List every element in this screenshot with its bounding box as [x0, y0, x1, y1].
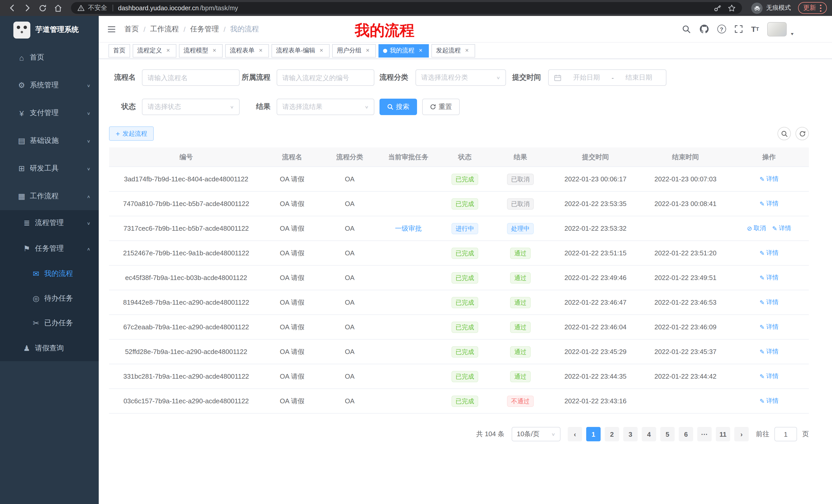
- result-badge: 不通过: [507, 395, 534, 407]
- breadcrumb-item[interactable]: 任务管理: [190, 24, 219, 34]
- close-icon[interactable]: ×: [417, 47, 424, 54]
- close-icon[interactable]: ×: [364, 47, 371, 54]
- close-icon[interactable]: ×: [164, 47, 172, 54]
- sidebar-item-todo-task[interactable]: ◎待办任务: [0, 286, 99, 311]
- tab-home[interactable]: 首页: [108, 44, 130, 57]
- font-size-icon[interactable]: TT: [751, 25, 759, 33]
- app-logo[interactable]: 芋道管理系统: [0, 16, 99, 44]
- page-button-5[interactable]: 5: [660, 427, 675, 441]
- password-key-icon[interactable]: [713, 4, 722, 12]
- process-definition-field[interactable]: [282, 74, 369, 81]
- security-label[interactable]: 不安全: [88, 4, 107, 12]
- detail-button[interactable]: ✎详情: [759, 347, 779, 356]
- detail-button[interactable]: ✎详情: [772, 224, 791, 233]
- tab-process-form[interactable]: 流程表单×: [225, 44, 269, 57]
- breadcrumb-item[interactable]: 首页: [125, 24, 139, 34]
- close-icon[interactable]: ×: [257, 47, 264, 54]
- sidebar-item-task-manage[interactable]: ⚑任务管理∧: [0, 236, 99, 261]
- detail-button[interactable]: ✎详情: [759, 249, 779, 257]
- detail-button[interactable]: ✎详情: [759, 298, 779, 307]
- prev-page-button[interactable]: ‹: [568, 427, 582, 441]
- sidebar-item-workflow[interactable]: ▦工作流程∧: [0, 183, 99, 210]
- page-button-3[interactable]: 3: [623, 427, 638, 441]
- process-definition-input[interactable]: [277, 69, 374, 86]
- url-domain[interactable]: dashboard.yudao.iocoder.cn: [118, 4, 199, 11]
- cancel-button[interactable]: ⊘取消: [747, 224, 766, 233]
- date-start-placeholder[interactable]: 开始日期: [565, 73, 608, 82]
- detail-button[interactable]: ✎详情: [759, 372, 779, 381]
- detail-button[interactable]: ✎详情: [759, 397, 779, 405]
- avatar-dropdown-caret-icon[interactable]: ▼: [790, 32, 795, 36]
- cell-submit-time: 2022-01-22 23:44:35: [549, 372, 642, 380]
- tab-start-process[interactable]: 发起流程×: [432, 44, 475, 57]
- sidebar-item-leave-query[interactable]: ♟请假查询: [0, 335, 99, 361]
- date-end-placeholder[interactable]: 结束日期: [617, 73, 661, 82]
- process-name-input[interactable]: [142, 69, 240, 86]
- address-bar[interactable]: 不安全 dashboard.yudao.iocoder.cn /bpm/task…: [71, 2, 742, 14]
- help-icon[interactable]: ?: [717, 25, 726, 33]
- close-icon[interactable]: ×: [211, 47, 218, 54]
- detail-button[interactable]: ✎详情: [759, 199, 779, 208]
- search-icon[interactable]: [682, 24, 691, 34]
- process-name-field[interactable]: [148, 74, 234, 81]
- result-select[interactable]: 请选择流结果 ∨: [277, 99, 374, 115]
- tab-my-process[interactable]: 我的流程×: [379, 44, 429, 57]
- sidebar-item-process-manage[interactable]: ≣流程管理∨: [0, 210, 99, 236]
- detail-icon: ✎: [759, 175, 765, 183]
- page-button-2[interactable]: 2: [605, 427, 619, 441]
- column-header: 操作: [729, 152, 809, 162]
- start-process-button[interactable]: + 发起流程: [109, 127, 154, 141]
- close-icon[interactable]: ×: [463, 47, 470, 54]
- detail-icon: ✎: [759, 274, 765, 281]
- update-chip[interactable]: 更新: [798, 2, 827, 14]
- chevron-down-icon: ∨: [365, 105, 369, 109]
- home-button-icon[interactable]: [51, 2, 65, 14]
- sidebar-item-home[interactable]: ⌂首页: [0, 44, 99, 72]
- sidebar-item-my-process[interactable]: ✉我的流程: [0, 261, 99, 286]
- sidebar-item-devtools[interactable]: ⊞研发工具∨: [0, 155, 99, 183]
- breadcrumb-item[interactable]: 工作流程: [150, 24, 179, 34]
- cell-category: OA: [321, 225, 379, 232]
- process-category-select[interactable]: 请选择流程分类 ∨: [415, 69, 506, 86]
- status-select[interactable]: 请选择状态 ∨: [142, 99, 240, 115]
- detail-button[interactable]: ✎详情: [759, 175, 779, 184]
- sidebar-item-payment[interactable]: ¥支付管理∨: [0, 99, 99, 127]
- more-pages-button[interactable]: ···: [697, 427, 712, 441]
- status-badge: 已完成: [451, 247, 478, 259]
- sidebar-item-infrastructure[interactable]: ▤基础设施∨: [0, 127, 99, 155]
- avatar[interactable]: [767, 22, 787, 36]
- tab-process-definition[interactable]: 流程定义×: [133, 44, 176, 57]
- current-task-link[interactable]: 一级审批: [395, 224, 422, 232]
- page-button-1[interactable]: 1: [586, 427, 601, 441]
- url-path[interactable]: /bpm/task/my: [200, 4, 238, 11]
- detail-button[interactable]: ✎详情: [759, 323, 779, 331]
- browser-menu-icon[interactable]: [820, 4, 822, 12]
- page-button-4[interactable]: 4: [642, 427, 656, 441]
- github-icon[interactable]: [699, 24, 709, 34]
- search-button[interactable]: 搜索: [380, 99, 417, 115]
- next-page-button[interactable]: ›: [734, 427, 749, 441]
- detail-button[interactable]: ✎详情: [759, 273, 779, 282]
- cell-result: 通过: [492, 321, 549, 333]
- page-size-select[interactable]: 10条/页 ∨: [512, 427, 561, 441]
- toggle-search-button[interactable]: [778, 127, 791, 140]
- reset-button[interactable]: 重置: [422, 99, 460, 115]
- fullscreen-icon[interactable]: [734, 25, 743, 33]
- reload-icon[interactable]: [36, 2, 49, 14]
- jump-page-input[interactable]: [774, 427, 797, 441]
- sidebar-fold-icon[interactable]: [107, 24, 116, 34]
- page-button-11[interactable]: 11: [716, 427, 730, 441]
- tab-user-group[interactable]: 用户分组×: [332, 44, 376, 57]
- page-button-6[interactable]: 6: [679, 427, 693, 441]
- refresh-table-button[interactable]: [796, 127, 809, 140]
- sidebar-item-system[interactable]: ⚙系统管理∨: [0, 72, 99, 99]
- forward-icon[interactable]: [21, 2, 34, 14]
- tab-process-form-edit[interactable]: 流程表单-编辑×: [271, 44, 330, 57]
- close-icon[interactable]: ×: [318, 47, 325, 54]
- bookmark-star-icon[interactable]: [728, 4, 736, 12]
- sidebar-item-done-task[interactable]: ✂已办任务: [0, 311, 99, 335]
- submit-time-range-picker[interactable]: 开始日期 - 结束日期: [548, 69, 667, 86]
- back-icon[interactable]: [5, 2, 19, 14]
- sidebar-menu: ⌂首页⚙系统管理∨¥支付管理∨▤基础设施∨⊞研发工具∨▦工作流程∧≣流程管理∨⚑…: [0, 44, 99, 361]
- tab-process-model[interactable]: 流程模型×: [179, 44, 223, 57]
